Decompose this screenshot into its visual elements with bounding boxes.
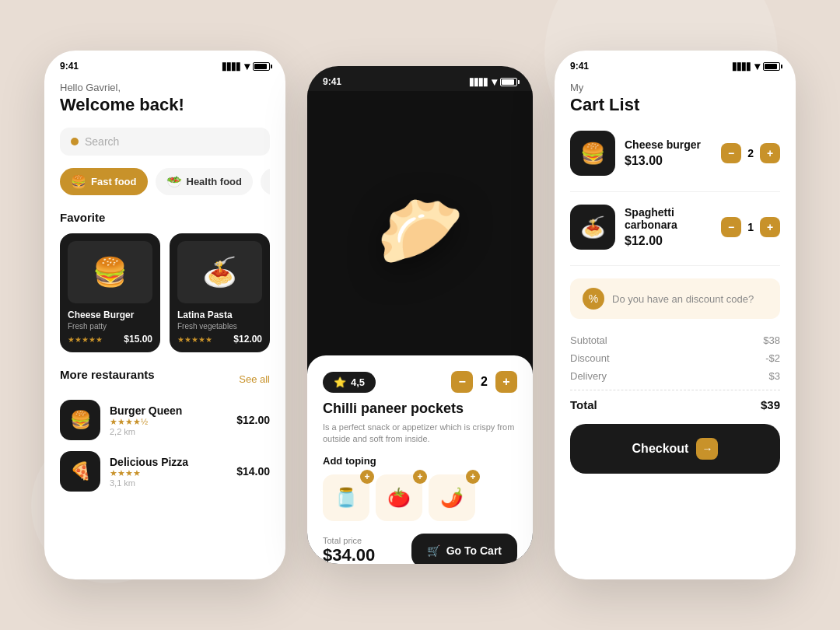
fav-card-1[interactable]: 🍝 Latina Pasta Fresh vegetables ★★★★★ $1… <box>170 233 270 352</box>
topping-2[interactable]: 🌶️ + <box>429 474 475 521</box>
cart-increase-0[interactable]: + <box>760 143 780 163</box>
product-header: ⭐ 4,5 − 2 + <box>323 371 517 393</box>
quantity-increase[interactable]: + <box>495 371 517 393</box>
checkout-arrow-icon: → <box>696 438 718 460</box>
category-fast-food[interactable]: 🍔 Fast food <box>60 168 148 195</box>
cart-title-sub: My <box>570 82 780 93</box>
summary-divider <box>570 390 780 390</box>
phone-left: 9:41 Hello Gavriel, Welcome back! Search… <box>44 51 285 579</box>
fav-price-1: $12.00 <box>233 334 262 345</box>
rest-stars-0: ★★★★½ <box>110 417 227 427</box>
phone-right: 9:41 My Cart List 🍔 Cheese burger $13.00… <box>555 51 796 579</box>
status-bar-right: 9:41 <box>555 51 796 75</box>
favorites-title: Favorite <box>60 211 270 224</box>
divider-0 <box>570 191 780 192</box>
rest-dist-1: 3,1 km <box>110 478 227 488</box>
health-food-label: Health food <box>187 176 243 187</box>
fav-footer-0: ★★★★★ $15.00 <box>68 334 152 345</box>
search-bar[interactable]: Search <box>60 128 270 156</box>
product-footer: Total price $34.00 🛒 Go To Cart <box>323 534 517 564</box>
fav-img-0: 🍔 <box>68 241 152 303</box>
checkout-button[interactable]: Checkout → <box>570 424 780 474</box>
phones-container: 9:41 Hello Gavriel, Welcome back! Search… <box>44 51 796 579</box>
time-mid: 9:41 <box>323 76 341 87</box>
cart-qty-1: − 1 + <box>721 217 780 237</box>
discount-box[interactable]: % Do you have an discount code? <box>570 278 780 319</box>
category-health-food[interactable]: 🥗 Health food <box>156 168 254 195</box>
topping-1[interactable]: 🍅 + <box>376 474 422 521</box>
total-price-block: Total price $34.00 <box>323 536 375 564</box>
rest-info-1: Delicious Pizza ★★★★ 3,1 km <box>110 456 227 488</box>
restaurant-item-0[interactable]: 🍔 Burger Queen ★★★★½ 2,2 km $12.00 <box>60 400 270 440</box>
left-content: Hello Gavriel, Welcome back! Search 🍔 Fa… <box>44 75 285 573</box>
rating-value: 4,5 <box>351 376 365 388</box>
rest-price-0: $12.00 <box>236 414 270 426</box>
category-fruit[interactable]: 🍇 Fruit <box>261 168 270 195</box>
fav-card-0[interactable]: 🍔 Cheese Burger Fresh patty ★★★★★ $15.00 <box>60 233 160 352</box>
fav-footer-1: ★★★★★ $12.00 <box>177 334 262 345</box>
cart-increase-1[interactable]: + <box>760 217 780 237</box>
cart-item-price-0: $13.00 <box>625 154 712 168</box>
subtotal-label: Subtotal <box>570 334 607 346</box>
greeting-main: Welcome back! <box>60 95 270 115</box>
topping-add-2[interactable]: + <box>466 470 480 484</box>
product-detail-panel: ⭐ 4,5 − 2 + Chilli paneer pockets Is a p… <box>307 355 533 564</box>
fast-food-label: Fast food <box>91 176 137 187</box>
greeting-sub: Hello Gavriel, <box>60 82 270 93</box>
right-wifi-icon <box>754 60 760 72</box>
search-dot-icon <box>71 138 79 145</box>
cart-decrease-0[interactable]: − <box>721 143 741 163</box>
fav-img-1: 🍝 <box>177 241 262 303</box>
total-value: $39 <box>761 398 780 411</box>
restaurants-title: More restaurants <box>60 368 155 381</box>
summary-discount: Discount -$2 <box>570 352 780 364</box>
topping-add-0[interactable]: + <box>360 470 374 484</box>
fav-price-0: $15.00 <box>124 334 152 345</box>
see-all-button[interactable]: See all <box>239 373 270 385</box>
fav-sub-0: Fresh patty <box>68 322 152 331</box>
topping-0[interactable]: 🫙 + <box>323 474 369 521</box>
status-bar-mid: 9:41 <box>307 66 533 91</box>
cart-qty-0: − 2 + <box>721 143 780 163</box>
quantity-value: 2 <box>481 375 488 389</box>
quantity-decrease[interactable]: − <box>451 371 473 393</box>
rating-badge: ⭐ 4,5 <box>323 372 376 393</box>
cart-icon: 🛒 <box>427 544 440 557</box>
discount-value: -$2 <box>765 352 780 364</box>
product-hero-area: 🥟 <box>307 91 533 371</box>
checkout-label: Checkout <box>632 442 689 456</box>
go-to-cart-button[interactable]: 🛒 Go To Cart <box>411 534 517 564</box>
discount-text: Do you have an discount code? <box>612 293 754 305</box>
status-icons-left <box>222 60 270 72</box>
more-header: More restaurants See all <box>60 368 270 390</box>
discount-label: Discount <box>570 352 610 364</box>
rest-dist-0: 2,2 km <box>110 427 227 436</box>
cart-decrease-1[interactable]: − <box>721 217 741 237</box>
delivery-label: Delivery <box>570 370 607 382</box>
wifi-icon <box>244 60 250 72</box>
fast-food-icon: 🍔 <box>71 174 86 189</box>
cart-title-main: Cart List <box>570 95 780 115</box>
status-icons-right <box>733 60 780 72</box>
summary-subtotal: Subtotal $38 <box>570 334 780 346</box>
cart-item-img-1: 🍝 <box>570 205 615 250</box>
time-left: 9:41 <box>60 61 79 72</box>
cart-item-name-0: Cheese burger <box>625 138 712 151</box>
restaurant-item-1[interactable]: 🍕 Delicious Pizza ★★★★ 3,1 km $14.00 <box>60 451 270 492</box>
fav-stars-1: ★★★★★ <box>177 335 212 344</box>
cart-qty-val-1: 1 <box>747 221 754 233</box>
rest-img-0: 🍔 <box>60 400 100 440</box>
rest-price-1: $14.00 <box>236 465 270 478</box>
status-icons-mid <box>470 75 517 88</box>
cart-item-img-0: 🍔 <box>570 131 615 176</box>
cart-item-info-0: Cheese burger $13.00 <box>625 138 712 168</box>
battery-icon <box>253 62 270 71</box>
topping-icon-2: 🌶️ <box>440 487 464 509</box>
rest-name-0: Burger Queen <box>110 404 227 417</box>
health-food-icon: 🥗 <box>166 174 182 189</box>
cart-item-info-1: Spaghetti carbonara $12.00 <box>625 206 712 248</box>
divider-1 <box>570 265 780 266</box>
topping-add-1[interactable]: + <box>413 470 427 484</box>
fav-name-0: Cheese Burger <box>68 310 152 320</box>
search-placeholder: Search <box>85 135 119 148</box>
